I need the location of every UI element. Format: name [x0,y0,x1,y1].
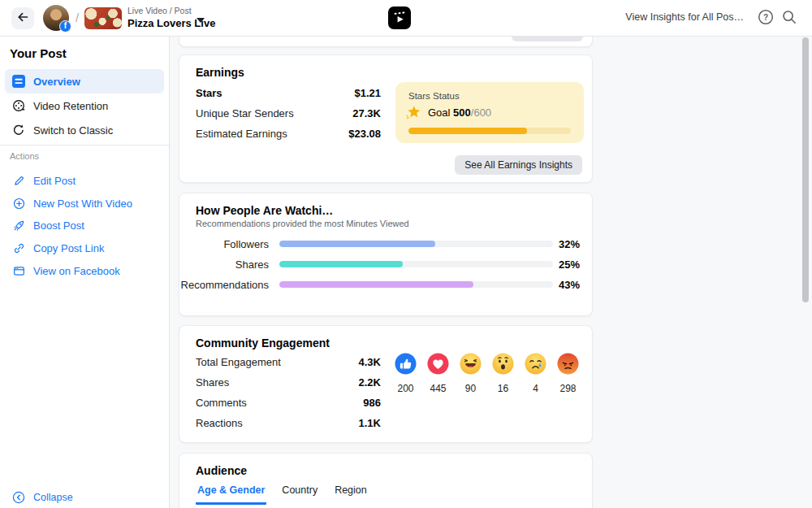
engagement-title: Community Engagement [196,336,330,350]
reaction-haha[interactable]: 90 [460,353,482,394]
vertical-scrollbar[interactable] [802,37,809,302]
chevron-left-circle-icon [12,491,25,504]
post-switcher-dropdown[interactable] [193,11,208,26]
rocket-icon [12,219,25,232]
switch-arrow-icon [12,124,25,137]
goal-progress-fill [408,128,527,134]
partial-button[interactable] [512,37,583,41]
facebook-badge-icon: f [59,20,71,33]
back-button[interactable] [11,7,34,29]
stat-label: Shares [196,376,229,389]
plus-circle-icon [12,197,25,210]
bar-percent: 43% [547,279,580,291]
overview-icon [12,75,25,88]
sidebar-title: Your Post [10,46,67,60]
sad-icon [525,363,546,377]
bar-label: Shares [179,258,269,271]
view-insights-all-posts-link[interactable]: View Insights for All Pos… [625,11,744,23]
angry-icon [557,363,579,377]
bar-track [279,281,553,288]
page-avatar[interactable]: f [43,5,69,31]
question-circle-icon: ? [758,15,774,28]
action-new-post-with-video[interactable]: New Post With Video [5,192,164,215]
link-icon [12,241,25,254]
bar-label: Recommendations [179,279,269,291]
tab-region[interactable]: Region [333,483,369,505]
film-reel-icon [12,99,25,112]
reaction-wow[interactable]: 16 [492,353,514,394]
haha-icon [460,363,482,377]
reaction-sad[interactable]: 4 [525,353,546,394]
see-all-earnings-insights-button[interactable]: See All Earnings Insights [455,155,582,175]
audience-card: Audience Age & Gender Country Region [179,453,593,508]
reaction-count: 4 [525,383,546,394]
reaction-count: 298 [557,383,579,394]
collapse-sidebar-button[interactable]: Collapse [5,486,164,508]
star-icon [404,103,423,126]
sidebar-divider [0,145,170,145]
stat-label: Unique Star Senders [196,107,294,119]
community-engagement-card: Community Engagement Total Engagement 4.… [179,325,593,443]
insights-content: Earnings Stars $1.21 Unique Star Senders… [170,37,812,508]
search-button[interactable] [780,9,798,27]
reaction-count: 445 [427,383,449,394]
arrow-left-icon [16,11,29,26]
action-copy-post-link[interactable]: Copy Post Link [5,237,164,259]
bar-percent: 32% [547,238,580,250]
stat-value: 27.3K [301,107,381,119]
chevron-down-icon [197,13,205,25]
bar-fill-followers [279,241,435,247]
how-people-are-watching-card: How People Are Watchi… Recommendations p… [179,193,593,316]
goal-total: /600 [471,106,491,119]
action-label: Boost Post [33,219,84,232]
sidebar-item-overview[interactable]: Overview [5,69,164,93]
reactions-row: 200 445 90 16 [395,353,579,394]
help-button[interactable]: ? [757,9,775,27]
action-view-on-facebook[interactable]: View on Facebook [5,259,164,282]
action-label: Edit Post [33,175,76,187]
browser-window-icon [12,264,25,277]
svg-text:?: ? [763,13,768,22]
earnings-card: Earnings Stars $1.21 Unique Star Senders… [179,54,593,183]
pencil-icon [12,174,25,187]
action-edit-post[interactable]: Edit Post [5,169,164,192]
reaction-count: 16 [492,383,514,394]
action-label: Copy Post Link [33,242,104,254]
sidebar-item-switch-to-classic[interactable]: Switch to Classic [5,118,164,142]
stat-value: 986 [301,397,381,409]
post-thumbnail[interactable] [84,7,122,29]
previous-card-fragment [179,37,593,47]
stat-label: Total Engagement [196,356,281,368]
breadcrumb-separator: / [76,11,79,24]
action-label: New Post With Video [33,198,132,210]
watching-title: How People Are Watchi… [196,204,333,217]
bar-track [279,241,553,247]
reaction-count: 200 [395,383,417,394]
sidebar-item-video-retention[interactable]: Video Retention [5,93,164,118]
audience-tabs: Age & Gender Country Region [196,483,369,505]
goal-current: 500 [453,106,471,119]
sidebar-item-label: Video Retention [33,100,108,112]
goal-label: Goal [428,106,450,119]
sidebar-item-label: Overview [33,76,80,88]
sidebar: Your Post Overview Video Retention Switc… [0,37,170,508]
action-boost-post[interactable]: Boost Post [5,214,164,237]
bar-track [279,261,553,267]
stat-value: 2.2K [301,376,381,389]
goal-progress-track [408,128,571,134]
tab-country[interactable]: Country [280,483,319,505]
bar-fill-recommendations [279,281,473,288]
collapse-label: Collapse [33,492,73,503]
stat-label: Comments [196,397,247,409]
reaction-love[interactable]: 445 [427,353,449,394]
stat-label: Reactions [196,417,243,429]
goal-text: Goal 500/600 [428,106,491,119]
bar-fill-shares [279,261,403,267]
reaction-like[interactable]: 200 [395,353,417,394]
bar-percent: 25% [547,258,580,271]
top-bar: f / Live Video / Post Pizza Lovers Live … [0,0,812,37]
earnings-title: Earnings [196,66,244,79]
stat-value: $1.21 [301,87,381,99]
tab-age-gender[interactable]: Age & Gender [196,483,266,505]
reaction-angry[interactable]: 298 [557,353,579,394]
